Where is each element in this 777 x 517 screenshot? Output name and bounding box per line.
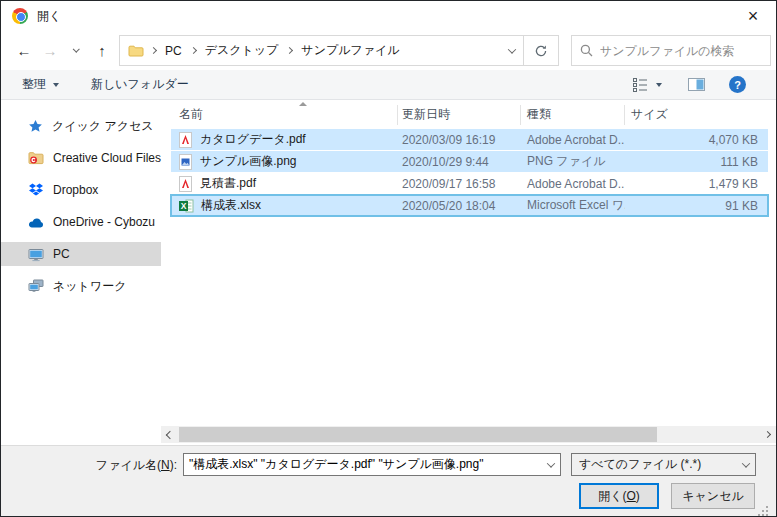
breadcrumb-item-pc[interactable]: PC bbox=[163, 44, 184, 58]
sidebar-item-quick-access[interactable]: クイック アクセス bbox=[1, 114, 161, 138]
chevron-right-icon bbox=[764, 431, 771, 438]
close-icon: × bbox=[748, 6, 759, 27]
sidebar-item-pc[interactable]: PC bbox=[1, 242, 161, 266]
new-folder-button[interactable]: 新しいフォルダー bbox=[82, 73, 198, 97]
file-size: 111 KB bbox=[625, 155, 768, 169]
breadcrumb-item-desktop[interactable]: デスクトップ bbox=[203, 42, 281, 59]
dropdown-caret-icon bbox=[656, 83, 662, 87]
sidebar-item-network[interactable]: ネットワーク bbox=[1, 274, 161, 298]
sidebar-item-label: Dropbox bbox=[53, 183, 98, 197]
back-button[interactable]: ← bbox=[11, 38, 37, 64]
breadcrumb-separator-icon bbox=[286, 47, 293, 54]
scroll-right-button[interactable] bbox=[759, 426, 776, 443]
file-list-area: 名前 更新日時 種類 サイズ カタログデータ.pdf 2020/03/09 16… bbox=[161, 100, 776, 445]
sidebar-item-label: OneDrive - Cybozu bbox=[53, 215, 155, 229]
breadcrumb: PC デスクトップ サンプルファイル bbox=[120, 36, 501, 65]
file-date: 2020/05/20 18:04 bbox=[398, 199, 521, 213]
search-icon bbox=[580, 44, 593, 57]
access-key: N bbox=[161, 458, 170, 472]
up-button[interactable]: ↑ bbox=[89, 38, 115, 64]
column-header-name[interactable]: 名前 bbox=[171, 105, 398, 125]
refresh-icon bbox=[534, 44, 548, 58]
history-dropdown-button[interactable] bbox=[63, 38, 89, 64]
filename-input[interactable] bbox=[184, 458, 541, 472]
open-button[interactable]: 開く(O) bbox=[579, 483, 659, 509]
scrollbar-thumb[interactable] bbox=[179, 427, 657, 442]
filename-label: ファイル名(N): bbox=[1, 457, 177, 474]
file-type: PNG ファイル bbox=[521, 153, 625, 170]
organize-button[interactable]: 整理 bbox=[13, 73, 68, 97]
help-icon: ? bbox=[729, 76, 746, 93]
file-name: カタログデータ.pdf bbox=[200, 131, 306, 148]
command-toolbar: 整理 新しいフォルダー ? bbox=[1, 70, 776, 100]
chevron-down-icon bbox=[508, 45, 516, 53]
organize-label: 整理 bbox=[22, 76, 46, 93]
dialog-footer: ファイル名(N): すべてのファイル (*.*) 開く(O) キャンセル bbox=[1, 445, 776, 517]
open-file-dialog: 開く × ← → ↑ PC デスクトップ サンプルファイル bbox=[0, 0, 777, 517]
scrollbar-track[interactable] bbox=[178, 426, 759, 443]
breadcrumb-separator-icon bbox=[150, 47, 157, 54]
scroll-left-button[interactable] bbox=[161, 426, 178, 443]
sidebar-item-onedrive[interactable]: OneDrive - Cybozu bbox=[1, 210, 161, 234]
pdf-file-icon bbox=[178, 132, 193, 148]
preview-pane-icon bbox=[688, 78, 705, 91]
sidebar-item-label: ネットワーク bbox=[53, 278, 126, 295]
filetype-dropdown[interactable]: すべてのファイル (*.*) bbox=[571, 453, 756, 476]
file-date: 2020/03/09 16:19 bbox=[398, 133, 521, 147]
dropbox-icon bbox=[28, 183, 44, 197]
sort-ascending-icon bbox=[299, 102, 307, 106]
sidebar-item-creative-cloud-files[interactable]: Creative Cloud Files bbox=[1, 146, 161, 170]
file-row-kouseihyou-xlsx[interactable]: X 構成表.xlsx 2020/05/20 18:04 Microsoft Ex… bbox=[171, 195, 768, 216]
cancel-button[interactable]: キャンセル bbox=[671, 483, 755, 509]
new-folder-label: 新しいフォルダー bbox=[91, 76, 189, 93]
close-button[interactable]: × bbox=[730, 1, 776, 31]
excel-file-icon: X bbox=[178, 198, 194, 214]
search-input[interactable] bbox=[600, 44, 762, 58]
help-button[interactable]: ? bbox=[725, 73, 750, 97]
list-view-icon bbox=[632, 77, 648, 92]
folder-icon bbox=[128, 44, 144, 58]
file-size: 91 KB bbox=[625, 199, 768, 213]
file-row-catalog-pdf[interactable]: カタログデータ.pdf 2020/03/09 16:19 Adobe Acrob… bbox=[171, 129, 768, 150]
horizontal-scrollbar[interactable] bbox=[161, 426, 776, 443]
file-type: Adobe Acrobat D... bbox=[521, 177, 625, 191]
sidebar-item-dropbox[interactable]: Dropbox bbox=[1, 178, 161, 202]
column-header-type[interactable]: 種類 bbox=[521, 105, 625, 125]
chevron-left-icon bbox=[165, 430, 173, 438]
filetype-dropdown-button[interactable] bbox=[736, 454, 755, 475]
file-date: 2020/10/29 9:44 bbox=[398, 155, 521, 169]
file-row-sample-png[interactable]: サンプル画像.png 2020/10/29 9:44 PNG ファイル 111 … bbox=[171, 151, 768, 172]
onedrive-cloud-icon bbox=[28, 216, 44, 229]
pdf-file-icon bbox=[178, 176, 193, 192]
column-headers: 名前 更新日時 種類 サイズ bbox=[171, 100, 776, 129]
window-title: 開く bbox=[37, 8, 61, 25]
png-file-icon bbox=[178, 154, 193, 170]
chevron-down-icon bbox=[546, 459, 554, 467]
view-mode-button[interactable] bbox=[628, 73, 652, 97]
file-size: 4,070 KB bbox=[625, 133, 768, 147]
resize-grip[interactable] bbox=[766, 506, 768, 508]
navigation-bar: ← → ↑ PC デスクトップ サンプルファイル bbox=[1, 31, 776, 70]
navigation-sidebar: クイック アクセス Creative Cloud Files bbox=[1, 100, 161, 445]
address-bar[interactable]: PC デスクトップ サンプルファイル bbox=[119, 35, 559, 66]
filename-combobox[interactable] bbox=[183, 453, 561, 476]
file-name: 見積書.pdf bbox=[200, 175, 256, 192]
svg-text:X: X bbox=[181, 201, 187, 211]
column-header-size[interactable]: サイズ bbox=[625, 105, 776, 125]
sidebar-item-label: クイック アクセス bbox=[52, 118, 154, 135]
view-mode-dropdown-button[interactable] bbox=[652, 73, 666, 97]
preview-pane-button[interactable] bbox=[684, 73, 709, 97]
column-header-date-modified[interactable]: 更新日時 bbox=[398, 105, 521, 125]
search-box[interactable] bbox=[571, 35, 771, 66]
filename-dropdown-button[interactable] bbox=[541, 454, 560, 475]
address-dropdown-button[interactable] bbox=[501, 36, 523, 65]
chevron-down-icon bbox=[73, 46, 79, 52]
file-date: 2020/09/17 16:58 bbox=[398, 177, 521, 191]
sidebar-item-label: Creative Cloud Files bbox=[53, 151, 161, 165]
file-row-estimate-pdf[interactable]: 見積書.pdf 2020/09/17 16:58 Adobe Acrobat D… bbox=[171, 173, 768, 194]
refresh-button[interactable] bbox=[523, 36, 558, 65]
forward-button[interactable]: → bbox=[37, 38, 63, 64]
chevron-down-icon bbox=[741, 459, 749, 467]
pc-monitor-icon bbox=[28, 247, 44, 262]
breadcrumb-item-samplefile[interactable]: サンプルファイル bbox=[299, 42, 401, 59]
